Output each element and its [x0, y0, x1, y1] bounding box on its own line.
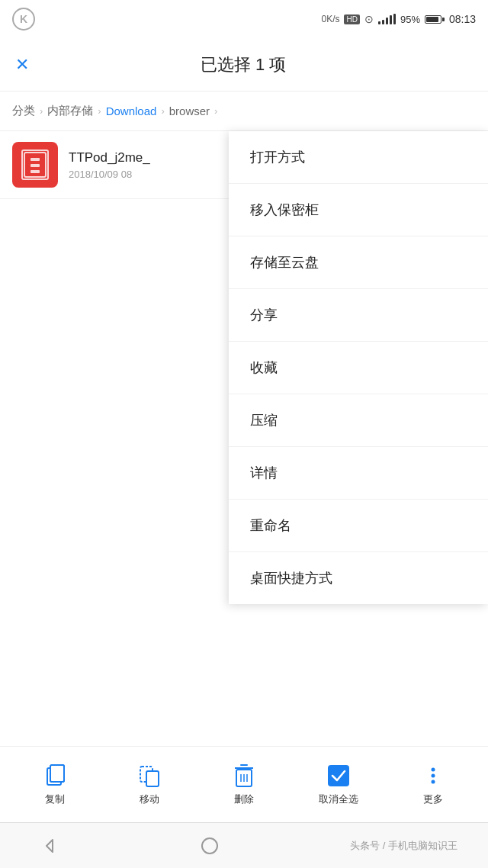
svg-point-16: [432, 767, 435, 771]
move-button[interactable]: 移动: [102, 764, 197, 806]
check-icon: [326, 764, 351, 788]
more-icon: [421, 764, 445, 788]
battery-percent: 95%: [400, 14, 420, 25]
nav-bar: 头条号 / 手机电脑知识王: [0, 822, 488, 868]
file-icon: [12, 142, 58, 188]
close-button[interactable]: ✕: [15, 55, 29, 75]
chevron-icon-4: ›: [214, 105, 217, 117]
delete-icon: [232, 764, 256, 788]
svg-rect-1: [30, 158, 40, 161]
delete-button[interactable]: 删除: [197, 764, 291, 806]
menu-favorite[interactable]: 收藏: [229, 342, 488, 394]
menu-shortcut[interactable]: 桌面快捷方式: [229, 552, 488, 604]
breadcrumb-item-3[interactable]: Download ›: [106, 104, 169, 117]
breadcrumb-label-2: 内部存储: [47, 104, 93, 118]
svg-marker-19: [47, 840, 53, 852]
status-bar-right: 0K/s HD ⊙ 95% 08:13: [321, 13, 476, 25]
breadcrumb-label-3: Download: [106, 104, 157, 117]
deselect-label: 取消全选: [319, 792, 358, 806]
signal-icon: [378, 14, 396, 24]
network-speed: 0K/s: [321, 14, 339, 24]
breadcrumb: 分类 › 内部存储 › Download › browser ›: [0, 92, 488, 131]
svg-rect-2: [30, 164, 40, 167]
breadcrumb-label-4: browser: [169, 104, 210, 117]
app-logo: K: [12, 8, 35, 31]
svg-rect-8: [146, 771, 159, 786]
breadcrumb-item-2[interactable]: 内部存储 ›: [47, 104, 105, 118]
copy-button[interactable]: 复制: [8, 764, 102, 806]
svg-point-18: [432, 780, 435, 783]
status-bar: K 0K/s HD ⊙ 95% 08:13: [0, 0, 488, 38]
home-button[interactable]: [191, 827, 229, 865]
menu-details[interactable]: 详情: [229, 447, 488, 500]
menu-open-with[interactable]: 打开方式: [229, 131, 488, 184]
status-bar-left: K: [12, 8, 35, 31]
svg-rect-15: [328, 765, 349, 786]
header: ✕ 已选择 1 项: [0, 38, 488, 92]
breadcrumb-label-1: 分类: [12, 104, 35, 118]
breadcrumb-item-4[interactable]: browser ›: [169, 104, 223, 117]
chevron-icon-3: ›: [161, 105, 164, 117]
watermark-text: 头条号 / 手机电脑知识王: [350, 839, 458, 853]
move-icon: [137, 764, 162, 788]
menu-cloud[interactable]: 存储至云盘: [229, 236, 488, 289]
more-button[interactable]: 更多: [386, 764, 480, 806]
zip-icon: [21, 149, 49, 180]
svg-rect-6: [50, 765, 64, 782]
delete-label: 删除: [234, 792, 254, 806]
move-label: 移动: [140, 792, 159, 806]
copy-label: 复制: [45, 792, 65, 806]
file-list-area: TTPod_j2me_ 2018/10/09 08 打开方式 移入保密柜 存储至…: [0, 131, 488, 746]
svg-point-20: [202, 838, 217, 854]
context-menu: 打开方式 移入保密柜 存储至云盘 分享 收藏 压缩 详情 重命名 桌面快捷方式: [229, 131, 488, 604]
bottom-toolbar: 复制 移动 删除: [0, 746, 488, 822]
recording-icon: ⊙: [364, 13, 374, 25]
chevron-icon-1: ›: [40, 105, 43, 117]
header-title: 已选择 1 项: [44, 53, 442, 76]
back-button[interactable]: [30, 827, 69, 865]
hd-badge: HD: [344, 14, 359, 24]
menu-share[interactable]: 分享: [229, 289, 488, 342]
breadcrumb-item-1[interactable]: 分类 ›: [12, 104, 47, 118]
svg-rect-3: [30, 170, 40, 173]
battery-icon: [425, 15, 445, 24]
clock: 08:13: [449, 13, 476, 25]
menu-compress[interactable]: 压缩: [229, 394, 488, 447]
menu-safe[interactable]: 移入保密柜: [229, 184, 488, 236]
more-label: 更多: [423, 792, 443, 806]
chevron-icon-2: ›: [98, 105, 101, 117]
deselect-button[interactable]: 取消全选: [291, 764, 386, 806]
copy-icon: [43, 764, 67, 788]
menu-rename[interactable]: 重命名: [229, 500, 488, 552]
svg-point-17: [432, 773, 435, 777]
